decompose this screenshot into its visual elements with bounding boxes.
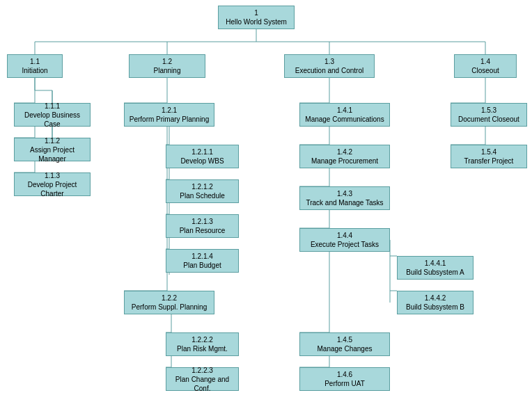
node-label-n1_5_4: Transfer Project <box>464 156 514 166</box>
node-num-n1_1: 1.1 <box>30 57 40 66</box>
node-n1_4_5: 1.4.5Manage Changes <box>299 332 390 356</box>
node-num-n1_2_1_4: 1.2.1.4 <box>191 252 213 261</box>
node-n1_1: 1.1Initiation <box>7 54 63 78</box>
node-n1_1_1: 1.1.1Develop Business Case <box>14 103 91 127</box>
node-n1_4_4: 1.4.4Execute Project Tasks <box>299 228 390 252</box>
tree-lines <box>0 0 532 418</box>
node-num-n1_2_2_2: 1.2.2.2 <box>191 335 213 344</box>
node-num-n1_4_6: 1.4.6 <box>337 370 352 379</box>
node-label-n1_2_2: Perform Suppl. Planning <box>132 303 207 312</box>
node-num-n1_5_3: 1.5.3 <box>481 106 496 115</box>
node-num-n1_1_2: 1.1.2 <box>45 136 60 145</box>
node-label-n1_4_2: Manage Procurement <box>311 156 378 166</box>
node-label-n1_4_4_1: Build Subsystem A <box>406 268 464 277</box>
node-label-n1_4_1: Manage Communications <box>305 115 384 124</box>
node-label-n1_2_1_1: Develop WBS <box>180 156 224 166</box>
node-n1_1_2: 1.1.2Assign Project Manager <box>14 138 91 161</box>
node-label-n1_2: Planning <box>154 66 181 75</box>
node-label-n1_1_3: Develop Project Charter <box>17 180 87 198</box>
node-label-n1_1_1: Develop Business Case <box>17 111 87 129</box>
node-label-n1_2_2_2: Plan Risk Mgmt. <box>177 344 228 353</box>
node-label-n1_4_5: Manage Changes <box>318 344 373 353</box>
node-label-n1_2_1_3: Plan Resource <box>180 226 226 235</box>
node-n1_2_2_3: 1.2.2.3Plan Change and Conf. <box>166 367 239 391</box>
node-label-n1_1: Initiation <box>22 66 47 75</box>
node-n1_2_1_2: 1.2.1.2Plan Schedule <box>166 179 239 203</box>
node-n1_2_1_4: 1.2.1.4Plan Budget <box>166 249 239 273</box>
node-num-n1_4_5: 1.4.5 <box>337 335 352 344</box>
node-label-n1_4: Closeout <box>471 66 499 75</box>
node-num-n1_4_2: 1.4.2 <box>337 147 352 156</box>
node-num-n1_5_4: 1.5.4 <box>481 147 496 156</box>
node-n1_4: 1.4Closeout <box>454 54 517 78</box>
node-n1_2_1: 1.2.1Perform Primary Planning <box>124 103 214 127</box>
node-n1_2_2_2: 1.2.2.2Plan Risk Mgmt. <box>166 332 239 356</box>
node-n1_4_6: 1.4.6Perform UAT <box>299 367 390 391</box>
node-num-n1_1_1: 1.1.1 <box>45 102 60 111</box>
node-n1_4_4_1: 1.4.4.1Build Subsystem A <box>397 256 474 280</box>
node-n1_1_3: 1.1.3Develop Project Charter <box>14 172 91 196</box>
node-num-n1_4_1: 1.4.1 <box>337 106 352 115</box>
node-n1_2_1_3: 1.2.1.3Plan Resource <box>166 214 239 238</box>
node-num-n1_4_4: 1.4.4 <box>337 231 352 240</box>
node-n1_5_4: 1.5.4Transfer Project <box>451 145 527 168</box>
node-num-n1_2_2_3: 1.2.2.3 <box>191 366 213 375</box>
node-root: 1Hello World System <box>218 6 295 29</box>
node-num-n1_3: 1.3 <box>324 57 334 66</box>
node-num-n1_4_3: 1.4.3 <box>337 189 352 198</box>
node-n1_4_2: 1.4.2Manage Procurement <box>299 145 390 168</box>
node-label-n1_4_3: Track and Manage Tasks <box>306 198 383 207</box>
node-n1_3: 1.3Execution and Control <box>284 54 375 78</box>
node-label-n1_4_4: Execute Project Tasks <box>311 240 379 249</box>
node-label-n1_5_3: Document Closeout <box>458 115 519 124</box>
node-n1_2: 1.2Planning <box>129 54 205 78</box>
node-label-n1_2_1: Perform Primary Planning <box>130 115 209 124</box>
node-num-root: 1 <box>254 8 258 17</box>
node-n1_4_3: 1.4.3Track and Manage Tasks <box>299 186 390 210</box>
node-label-n1_4_4_2: Build Subsystem B <box>406 303 464 312</box>
node-n1_5_3: 1.5.3Document Closeout <box>451 103 527 127</box>
node-label-n1_2_2_3: Plan Change and Conf. <box>169 375 235 393</box>
node-n1_4_4_2: 1.4.4.2Build Subsystem B <box>397 291 474 314</box>
node-num-n1_4: 1.4 <box>480 57 490 66</box>
node-num-n1_4_4_1: 1.4.4.1 <box>425 259 446 268</box>
node-n1_2_1_1: 1.2.1.1Develop WBS <box>166 145 239 168</box>
node-num-n1_2_1_1: 1.2.1.1 <box>191 147 213 156</box>
node-num-n1_4_4_2: 1.4.4.2 <box>425 294 446 303</box>
node-label-n1_2_1_4: Plan Budget <box>183 261 221 270</box>
node-label-root: Hello World System <box>226 17 287 26</box>
node-num-n1_2_1_2: 1.2.1.2 <box>191 182 213 191</box>
node-num-n1_1_3: 1.1.3 <box>45 171 60 180</box>
node-n1_4_1: 1.4.1Manage Communications <box>299 103 390 127</box>
node-label-n1_1_2: Assign Project Manager <box>17 145 87 163</box>
node-label-n1_2_1_2: Plan Schedule <box>180 191 225 200</box>
node-num-n1_2: 1.2 <box>162 57 172 66</box>
node-num-n1_2_1_3: 1.2.1.3 <box>191 217 213 226</box>
node-num-n1_2_2: 1.2.2 <box>162 294 177 303</box>
node-n1_2_2: 1.2.2Perform Suppl. Planning <box>124 291 214 314</box>
node-label-n1_3: Execution and Control <box>295 66 363 75</box>
node-label-n1_4_6: Perform UAT <box>324 379 365 388</box>
node-num-n1_2_1: 1.2.1 <box>162 106 177 115</box>
